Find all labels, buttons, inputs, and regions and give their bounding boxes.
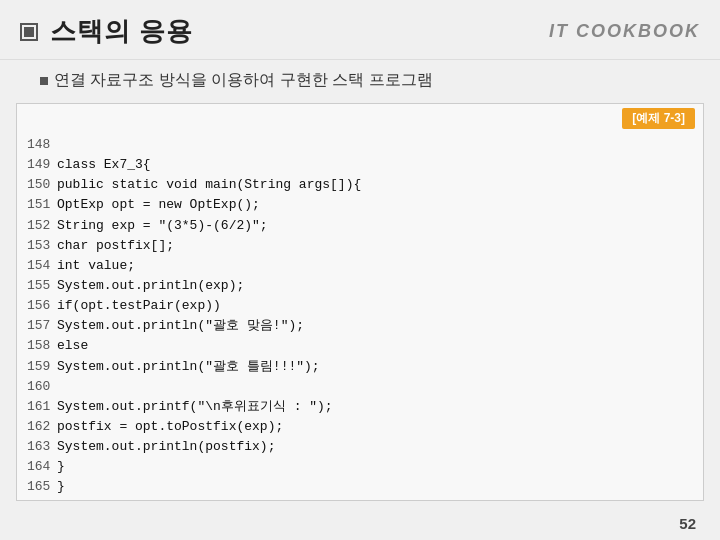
line-number: 162 — [27, 417, 57, 437]
line-number: 157 — [27, 316, 57, 336]
subtitle-text: 연결 자료구조 방식을 이용하여 구현한 스택 프로그램 — [54, 70, 433, 91]
line-code: String exp = "(3*5)-(6/2)"; — [57, 216, 268, 236]
table-row: 159 System.out.println("괄호 틀림!!!"); — [27, 357, 693, 377]
line-code: System.out.printf("\n후위표기식 : "); — [57, 397, 333, 417]
line-code: int value; — [57, 256, 135, 276]
table-row: 155 System.out.println(exp); — [27, 276, 693, 296]
table-row: 154 int value; — [27, 256, 693, 276]
line-number: 148 — [27, 135, 57, 155]
page-number: 52 — [679, 515, 696, 532]
table-row: 158 else — [27, 336, 693, 356]
table-row: 164 } — [27, 457, 693, 477]
line-code: System.out.println("괄호 틀림!!!"); — [57, 357, 320, 377]
code-container: [예제 7-3] 148149class Ex7_3{150 public st… — [16, 103, 704, 501]
line-number: 160 — [27, 377, 57, 397]
code-header: [예제 7-3] — [17, 104, 703, 133]
line-number: 159 — [27, 357, 57, 377]
line-number: 155 — [27, 276, 57, 296]
table-row: 149class Ex7_3{ — [27, 155, 693, 175]
line-number: 161 — [27, 397, 57, 417]
subtitle: 연결 자료구조 방식을 이용하여 구현한 스택 프로그램 — [40, 70, 700, 91]
line-code: public static void main(String args[]){ — [57, 175, 361, 195]
line-code: System.out.println("괄호 맞음!"); — [57, 316, 304, 336]
table-row: 161 System.out.printf("\n후위표기식 : "); — [27, 397, 693, 417]
code-body: 148149class Ex7_3{150 public static void… — [17, 133, 703, 501]
line-number: 158 — [27, 336, 57, 356]
line-code: class Ex7_3{ — [57, 155, 151, 175]
table-row: 160 — [27, 377, 693, 397]
line-code: System.out.println(exp); — [57, 276, 244, 296]
line-number: 150 — [27, 175, 57, 195]
line-number: 164 — [27, 457, 57, 477]
line-number: 152 — [27, 216, 57, 236]
line-number: 153 — [27, 236, 57, 256]
example-badge: [예제 7-3] — [622, 108, 695, 129]
checkbox-icon — [20, 23, 38, 41]
line-number: 149 — [27, 155, 57, 175]
table-row: 156 if(opt.testPair(exp)) — [27, 296, 693, 316]
line-code: char postfix[]; — [57, 236, 174, 256]
table-row: 162 postfix = opt.toPostfix(exp); — [27, 417, 693, 437]
line-number: 165 — [27, 477, 57, 497]
header: 스택의 응용 IT COOKBOOK — [0, 0, 720, 60]
line-code: } — [57, 457, 65, 477]
line-code: postfix = opt.toPostfix(exp); — [57, 417, 283, 437]
line-code: if(opt.testPair(exp)) — [57, 296, 221, 316]
subtitle-row: 연결 자료구조 방식을 이용하여 구현한 스택 프로그램 — [0, 60, 720, 99]
line-code: } — [57, 477, 65, 497]
table-row: 148 — [27, 135, 693, 155]
line-code: System.out.println(postfix); — [57, 437, 275, 457]
footer: 52 — [0, 511, 720, 540]
table-row: 157 System.out.println("괄호 맞음!"); — [27, 316, 693, 336]
page: 스택의 응용 IT COOKBOOK 연결 자료구조 방식을 이용하여 구현한 … — [0, 0, 720, 540]
line-code: OptExp opt = new OptExp(); — [57, 195, 260, 215]
line-number: 154 — [27, 256, 57, 276]
table-row: 151 OptExp opt = new OptExp(); — [27, 195, 693, 215]
table-row: 153 char postfix[]; — [27, 236, 693, 256]
page-title: 스택의 응용 — [50, 14, 549, 49]
svg-rect-0 — [24, 27, 34, 37]
line-number: 163 — [27, 437, 57, 457]
table-row: 150 public static void main(String args[… — [27, 175, 693, 195]
brand-label: IT COOKBOOK — [549, 21, 700, 42]
table-row: 163 System.out.println(postfix); — [27, 437, 693, 457]
line-number: 151 — [27, 195, 57, 215]
line-number: 156 — [27, 296, 57, 316]
bullet-icon — [40, 77, 48, 85]
line-code: else — [57, 336, 88, 356]
table-row: 152 String exp = "(3*5)-(6/2)"; — [27, 216, 693, 236]
table-row: 165} — [27, 477, 693, 497]
